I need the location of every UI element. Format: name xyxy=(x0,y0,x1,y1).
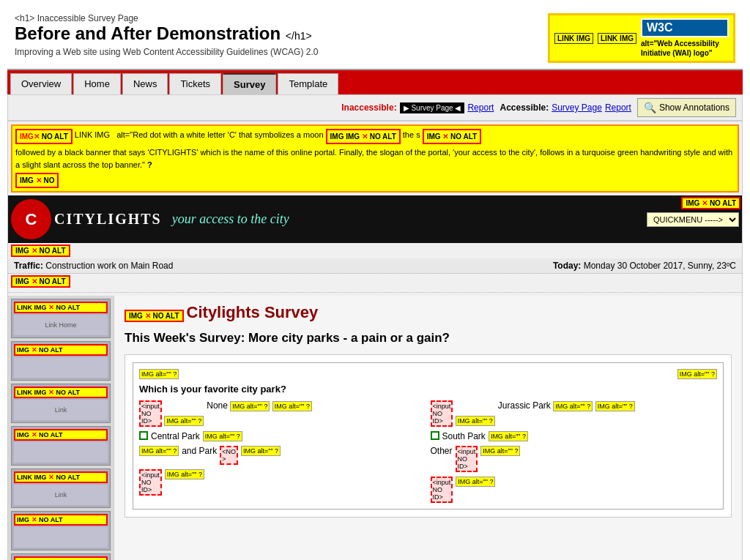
sidebar-ann-3: LINK IMG ✕ NO ALT xyxy=(14,387,108,398)
show-annotations-button[interactable]: 🔍 Show Annotations xyxy=(637,98,736,117)
img-alt-none-2: IMG alt="" ? xyxy=(230,401,270,411)
subtitle: Improving a Web site using Web Content A… xyxy=(15,47,318,57)
sidebar-img-4 xyxy=(14,442,108,463)
options-grid: <inputNOID> IMG alt="" ? None IMG alt=""… xyxy=(139,400,717,503)
img-alt-none-3: IMG alt="" ? xyxy=(272,401,312,411)
nav-tabs: Overview Home News Tickets Survey Templa… xyxy=(7,69,743,94)
option-and-park: IMG alt="" ? and Park <NO> IMG alt="" ? xyxy=(139,446,426,465)
option-jurassic: <inputNOID> IMG alt="" ? Jurassic Park I… xyxy=(431,400,718,427)
input-no-id-right-bottom: <inputNOID> xyxy=(431,477,453,503)
w3c-text: W3C xyxy=(641,18,729,37)
traffic-info: Traffic: Construction work on Main Road xyxy=(14,261,173,271)
inaccessible-label: Inaccessible: xyxy=(341,102,396,113)
img-alt-jp-2: IMG alt="" ? xyxy=(553,401,593,411)
w3c-badge-area: LINK IMG LINK IMG W3C alt="Web Accessibi… xyxy=(548,13,735,63)
img-alt-jp-1: IMG alt="" ? xyxy=(456,416,495,426)
img-alt-none-1: IMG alt="" ? xyxy=(164,416,204,426)
sidebar-ann-1: LINK IMG ✕ NO ALT xyxy=(14,302,108,313)
img-no-alt-badge-left: IMG✕ NO ALT xyxy=(15,129,73,144)
img-x-badge1: IMG IMG ✕ NO ALT xyxy=(326,129,401,144)
tab-tickets[interactable]: Tickets xyxy=(169,73,221,94)
option-other: Other <inputNOID> IMG alt="" ? xyxy=(431,446,718,472)
survey-title-row: IMG ✕ NO ALT Citylights Survey xyxy=(125,303,732,328)
annotation-banner: IMG✕ NO ALT LINK IMG alt="Red dot with a… xyxy=(11,124,739,193)
site-slogan: your access to the city xyxy=(172,212,289,227)
img-alt-left-bottom: IMG alt="" ? xyxy=(165,469,204,479)
survey-top-anns: IMG alt="" ? IMG alt="" ? xyxy=(139,369,717,379)
sidebar-item-7: LINK IMG ✕ NO ALT SURVEY xyxy=(11,553,111,560)
img-alt-cp: IMG alt="" ? xyxy=(203,431,242,441)
option-south-park: South Park IMG alt="" ? xyxy=(431,431,718,441)
quickmenu-select[interactable]: QUICKMENU -----> xyxy=(647,212,739,227)
img-alt-ap-1: IMG alt="" ? xyxy=(139,446,179,456)
sidebar-item-2: IMG ✕ NO ALT xyxy=(11,341,111,381)
sidebar-img-1: Link Home xyxy=(14,315,108,335)
tab-news[interactable]: News xyxy=(122,73,168,94)
header-area: <h1> Inaccessible Survey Page Before and… xyxy=(7,7,743,69)
sidebar-ann-4: IMG ✕ NO ALT xyxy=(14,429,108,441)
img-alt-badge-top-right: IMG alt="" ? xyxy=(677,369,717,379)
tab-overview[interactable]: Overview xyxy=(10,73,72,94)
survey-box: IMG alt="" ? IMG alt="" ? Which is your … xyxy=(125,354,732,518)
checkbox-central-park[interactable] xyxy=(139,431,148,440)
sidebar-ann-6: IMG ✕ NO ALT xyxy=(14,514,108,526)
option-none: <inputNOID> IMG alt="" ? None IMG alt=""… xyxy=(139,400,426,427)
img-no-alt-traffic: IMG ✕ NO ALT xyxy=(8,274,742,289)
survey-box-inner: IMG alt="" ? IMG alt="" ? Which is your … xyxy=(133,362,724,509)
header-left: <h1> Inaccessible Survey Page Before and… xyxy=(15,13,318,57)
main-content: IMG✕ NO ALT LINK IMG alt="Red dot with a… xyxy=(7,121,743,560)
img-no-alt-banner-right: IMG ✕ NO ALT xyxy=(681,197,740,209)
img-alt-right-bottom: IMG alt="" ? xyxy=(456,477,495,487)
w3c-alt-label: alt="Web Accessibility Initiative (WAI) … xyxy=(641,39,729,58)
accessible-survey-link[interactable]: Survey Page xyxy=(552,102,602,113)
accessible-section: Accessible: Survey Page Report xyxy=(500,102,631,113)
site-name: CITYLIGHTS xyxy=(54,211,162,228)
traffic-bar: Traffic: Construction work on Main Road … xyxy=(8,258,742,274)
options-col-right: <inputNOID> IMG alt="" ? Jurassic Park I… xyxy=(431,400,718,503)
img-no-alt-badge-right: IMG ✕ NO xyxy=(15,173,59,188)
survey-title: Citylights Survey xyxy=(187,303,319,322)
w3c-logo-area[interactable]: W3C alt="Web Accessibility Initiative (W… xyxy=(641,18,729,58)
input-no-id-none: <inputNOID> IMG alt="" ? xyxy=(139,400,204,427)
input-no-id-ap: <NO> xyxy=(220,446,238,465)
two-column-layout: LINK IMG ✕ NO ALT Link Home IMG ✕ NO ALT… xyxy=(8,296,742,560)
tab-home[interactable]: Home xyxy=(73,73,121,94)
survey-content-area: IMG ✕ NO ALT Citylights Survey This Week… xyxy=(114,296,742,560)
today-info: Today: Monday 30 October 2017, Sunny, 23… xyxy=(553,261,736,271)
sidebar-ann-5: LINK IMG ✕ NO ALT xyxy=(14,471,108,483)
accessible-report-link[interactable]: Report xyxy=(605,102,631,113)
checkbox-south-park[interactable] xyxy=(431,431,439,440)
link-img-badge1: LINK IMG xyxy=(554,33,593,44)
tab-template[interactable]: Template xyxy=(278,73,338,94)
sidebar-img-5: Link xyxy=(14,485,108,505)
sidebar-item-4: IMG ✕ NO ALT xyxy=(11,426,111,466)
site-logo: C xyxy=(11,199,51,239)
options-col-left: <inputNOID> IMG alt="" ? None IMG alt=""… xyxy=(139,400,426,503)
input-no-id-other: <inputNOID> xyxy=(456,446,478,472)
sidebar-item-5: LINK IMG ✕ NO ALT Link xyxy=(11,468,111,508)
accessibility-bar: Inaccessible: ▶ Survey Page ◀ Report Acc… xyxy=(7,94,743,121)
option-input-right-bottom: <inputNOID> IMG alt="" ? xyxy=(431,477,718,503)
question-text: Which is your favorite city park? xyxy=(139,384,286,395)
accessible-label: Accessible: xyxy=(500,102,549,113)
traffic-label: Traffic: xyxy=(14,261,43,271)
survey-img-no-alt: IMG ✕ NO ALT xyxy=(125,310,184,322)
question-header: Which is your favorite city park? xyxy=(139,384,717,395)
img-alt-ap-2: IMG alt="" ? xyxy=(241,446,281,456)
annotation-icon: 🔍 xyxy=(644,102,656,113)
survey-page-arrow[interactable]: ▶ Survey Page ◀ xyxy=(400,102,465,113)
inaccessible-report-link[interactable]: Report xyxy=(467,102,494,113)
none-label-area: None IMG alt="" ? IMG alt="" ? xyxy=(207,400,312,411)
tab-survey[interactable]: Survey xyxy=(223,73,276,94)
annotation-text-mid: the s xyxy=(403,129,420,141)
img-x-badge2: IMG ✕ NO ALT xyxy=(423,129,482,144)
today-label: Today: xyxy=(553,261,581,271)
option-central-park: Central Park IMG alt="" ? xyxy=(139,431,426,441)
jurassic-label-area: Jurassic Park IMG alt="" ? IMG alt="" ? xyxy=(498,400,635,411)
sidebar-img-6 xyxy=(14,527,108,548)
img-alt-other: IMG alt="" ? xyxy=(480,446,520,456)
survey-question-title: This Week's Survey: More city parks - a … xyxy=(125,331,732,346)
img-no-alt-bar: IMG ✕ NO ALT xyxy=(8,243,742,258)
annotation-text-rest: followed by a black banner that says 'CI… xyxy=(15,146,735,171)
inaccessible-section: Inaccessible: ▶ Survey Page ◀ Report xyxy=(341,102,494,113)
